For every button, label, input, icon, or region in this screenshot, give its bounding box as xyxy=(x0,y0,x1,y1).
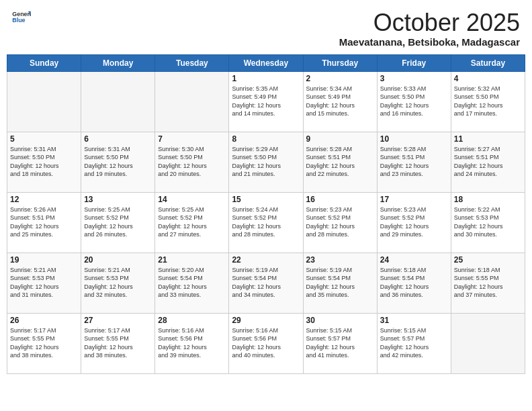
calendar-cell: 14Sunrise: 5:25 AMSunset: 5:52 PMDayligh… xyxy=(155,192,229,253)
calendar-cell: 3Sunrise: 5:33 AMSunset: 5:50 PMDaylight… xyxy=(377,71,451,132)
day-info: Sunrise: 5:18 AMSunset: 5:54 PMDaylight:… xyxy=(380,266,448,300)
day-number: 14 xyxy=(158,195,226,204)
calendar-cell: 17Sunrise: 5:23 AMSunset: 5:52 PMDayligh… xyxy=(377,192,451,253)
day-number: 6 xyxy=(84,134,152,144)
weekday-header-friday: Friday xyxy=(377,54,451,71)
calendar-cell: 31Sunrise: 5:15 AMSunset: 5:57 PMDayligh… xyxy=(377,313,451,373)
title-block: October 2025 Maevatanana, Betsiboka, Mad… xyxy=(339,9,520,48)
calendar-cell: 29Sunrise: 5:16 AMSunset: 5:56 PMDayligh… xyxy=(229,313,303,373)
calendar-cell: 25Sunrise: 5:18 AMSunset: 5:55 PMDayligh… xyxy=(451,253,525,313)
month-title: October 2025 xyxy=(339,9,520,36)
day-number: 2 xyxy=(306,74,374,83)
day-info: Sunrise: 5:26 AMSunset: 5:51 PMDaylight:… xyxy=(10,205,78,239)
day-info: Sunrise: 5:24 AMSunset: 5:52 PMDaylight:… xyxy=(232,205,300,239)
calendar-cell: 7Sunrise: 5:30 AMSunset: 5:50 PMDaylight… xyxy=(155,132,229,192)
day-number: 12 xyxy=(10,195,78,204)
calendar-cell: 16Sunrise: 5:23 AMSunset: 5:52 PMDayligh… xyxy=(303,192,377,253)
calendar-cell: 1Sunrise: 5:35 AMSunset: 5:49 PMDaylight… xyxy=(229,71,303,132)
calendar-cell: 21Sunrise: 5:20 AMSunset: 5:54 PMDayligh… xyxy=(155,253,229,313)
calendar-cell: 27Sunrise: 5:17 AMSunset: 5:55 PMDayligh… xyxy=(81,313,155,373)
calendar-cell xyxy=(7,71,81,132)
page-header: General Blue October 2025 Maevatanana, B… xyxy=(7,7,525,50)
calendar-cell: 23Sunrise: 5:19 AMSunset: 5:54 PMDayligh… xyxy=(303,253,377,313)
location-title: Maevatanana, Betsiboka, Madagascar xyxy=(339,36,520,48)
weekday-header-thursday: Thursday xyxy=(303,54,377,71)
day-info: Sunrise: 5:35 AMSunset: 5:49 PMDaylight:… xyxy=(232,85,300,118)
logo-icon: General Blue xyxy=(12,9,31,24)
calendar-week-row: 19Sunrise: 5:21 AMSunset: 5:53 PMDayligh… xyxy=(7,253,525,313)
day-info: Sunrise: 5:18 AMSunset: 5:55 PMDaylight:… xyxy=(454,266,522,300)
day-number: 26 xyxy=(10,316,78,325)
day-info: Sunrise: 5:28 AMSunset: 5:51 PMDaylight:… xyxy=(306,145,374,179)
calendar-cell: 30Sunrise: 5:15 AMSunset: 5:57 PMDayligh… xyxy=(303,313,377,373)
calendar-cell: 26Sunrise: 5:17 AMSunset: 5:55 PMDayligh… xyxy=(7,313,81,373)
weekday-header-saturday: Saturday xyxy=(451,54,525,71)
calendar-cell: 13Sunrise: 5:25 AMSunset: 5:52 PMDayligh… xyxy=(81,192,155,253)
calendar-cell xyxy=(451,313,525,373)
calendar-cell: 24Sunrise: 5:18 AMSunset: 5:54 PMDayligh… xyxy=(377,253,451,313)
day-info: Sunrise: 5:21 AMSunset: 5:53 PMDaylight:… xyxy=(10,266,78,300)
day-info: Sunrise: 5:27 AMSunset: 5:51 PMDaylight:… xyxy=(454,145,522,179)
day-info: Sunrise: 5:17 AMSunset: 5:55 PMDaylight:… xyxy=(84,326,152,360)
calendar-table: SundayMondayTuesdayWednesdayThursdayFrid… xyxy=(7,54,525,374)
day-info: Sunrise: 5:25 AMSunset: 5:52 PMDaylight:… xyxy=(158,205,226,239)
day-info: Sunrise: 5:25 AMSunset: 5:52 PMDaylight:… xyxy=(84,205,152,239)
day-number: 19 xyxy=(10,255,78,265)
day-number: 20 xyxy=(84,255,152,265)
calendar-week-row: 26Sunrise: 5:17 AMSunset: 5:55 PMDayligh… xyxy=(7,313,525,373)
calendar-cell xyxy=(155,71,229,132)
weekday-header-sunday: Sunday xyxy=(7,54,81,71)
svg-text:Blue: Blue xyxy=(12,17,25,24)
day-number: 10 xyxy=(380,134,448,144)
day-info: Sunrise: 5:23 AMSunset: 5:52 PMDaylight:… xyxy=(380,205,448,239)
calendar-cell: 10Sunrise: 5:28 AMSunset: 5:51 PMDayligh… xyxy=(377,132,451,192)
day-number: 23 xyxy=(306,255,374,265)
day-info: Sunrise: 5:32 AMSunset: 5:50 PMDaylight:… xyxy=(454,85,522,118)
calendar-header-row: SundayMondayTuesdayWednesdayThursdayFrid… xyxy=(7,54,525,71)
day-number: 1 xyxy=(232,74,300,83)
weekday-header-tuesday: Tuesday xyxy=(155,54,229,71)
calendar-cell: 19Sunrise: 5:21 AMSunset: 5:53 PMDayligh… xyxy=(7,253,81,313)
day-info: Sunrise: 5:15 AMSunset: 5:57 PMDaylight:… xyxy=(380,326,448,360)
calendar-week-row: 1Sunrise: 5:35 AMSunset: 5:49 PMDaylight… xyxy=(7,71,525,132)
logo: General Blue xyxy=(12,9,32,24)
day-info: Sunrise: 5:20 AMSunset: 5:54 PMDaylight:… xyxy=(158,266,226,300)
calendar-cell xyxy=(81,71,155,132)
day-number: 9 xyxy=(306,134,374,144)
day-number: 31 xyxy=(380,316,448,325)
calendar-cell: 5Sunrise: 5:31 AMSunset: 5:50 PMDaylight… xyxy=(7,132,81,192)
day-info: Sunrise: 5:29 AMSunset: 5:50 PMDaylight:… xyxy=(232,145,300,179)
day-number: 3 xyxy=(380,74,448,83)
day-info: Sunrise: 5:33 AMSunset: 5:50 PMDaylight:… xyxy=(380,85,448,118)
calendar-week-row: 5Sunrise: 5:31 AMSunset: 5:50 PMDaylight… xyxy=(7,132,525,192)
day-info: Sunrise: 5:17 AMSunset: 5:55 PMDaylight:… xyxy=(10,326,78,360)
day-info: Sunrise: 5:28 AMSunset: 5:51 PMDaylight:… xyxy=(380,145,448,179)
calendar-cell: 4Sunrise: 5:32 AMSunset: 5:50 PMDaylight… xyxy=(451,71,525,132)
day-number: 28 xyxy=(158,316,226,325)
day-number: 18 xyxy=(454,195,522,204)
calendar-cell: 22Sunrise: 5:19 AMSunset: 5:54 PMDayligh… xyxy=(229,253,303,313)
calendar-cell: 9Sunrise: 5:28 AMSunset: 5:51 PMDaylight… xyxy=(303,132,377,192)
day-info: Sunrise: 5:19 AMSunset: 5:54 PMDaylight:… xyxy=(306,266,374,300)
day-number: 8 xyxy=(232,134,300,144)
day-number: 13 xyxy=(84,195,152,204)
calendar-cell: 8Sunrise: 5:29 AMSunset: 5:50 PMDaylight… xyxy=(229,132,303,192)
day-info: Sunrise: 5:15 AMSunset: 5:57 PMDaylight:… xyxy=(306,326,374,360)
calendar-cell: 15Sunrise: 5:24 AMSunset: 5:52 PMDayligh… xyxy=(229,192,303,253)
day-info: Sunrise: 5:34 AMSunset: 5:49 PMDaylight:… xyxy=(306,85,374,118)
day-info: Sunrise: 5:22 AMSunset: 5:53 PMDaylight:… xyxy=(454,205,522,239)
day-info: Sunrise: 5:31 AMSunset: 5:50 PMDaylight:… xyxy=(84,145,152,179)
calendar-cell: 12Sunrise: 5:26 AMSunset: 5:51 PMDayligh… xyxy=(7,192,81,253)
day-number: 25 xyxy=(454,255,522,265)
day-number: 7 xyxy=(158,134,226,144)
day-number: 30 xyxy=(306,316,374,325)
day-number: 17 xyxy=(380,195,448,204)
day-info: Sunrise: 5:16 AMSunset: 5:56 PMDaylight:… xyxy=(232,326,300,360)
day-info: Sunrise: 5:23 AMSunset: 5:52 PMDaylight:… xyxy=(306,205,374,239)
day-info: Sunrise: 5:19 AMSunset: 5:54 PMDaylight:… xyxy=(232,266,300,300)
day-info: Sunrise: 5:21 AMSunset: 5:53 PMDaylight:… xyxy=(84,266,152,300)
calendar-cell: 2Sunrise: 5:34 AMSunset: 5:49 PMDaylight… xyxy=(303,71,377,132)
calendar-cell: 11Sunrise: 5:27 AMSunset: 5:51 PMDayligh… xyxy=(451,132,525,192)
day-number: 5 xyxy=(10,134,78,144)
day-info: Sunrise: 5:30 AMSunset: 5:50 PMDaylight:… xyxy=(158,145,226,179)
